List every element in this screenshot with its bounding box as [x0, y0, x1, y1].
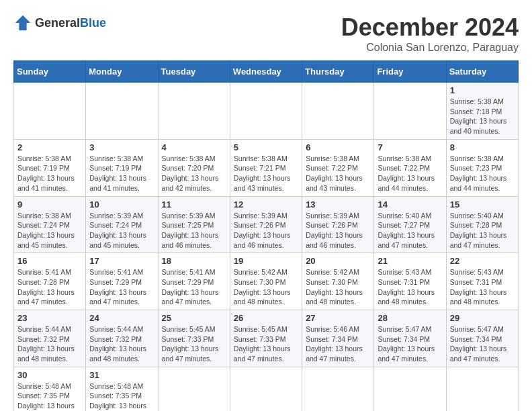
calendar-cell: 6Sunrise: 5:38 AM Sunset: 7:22 PM Daylig… [302, 139, 374, 196]
day-number: 5 [234, 142, 298, 152]
week-row-5: 23Sunrise: 5:44 AM Sunset: 7:32 PM Dayli… [14, 310, 519, 367]
calendar-cell: 26Sunrise: 5:45 AM Sunset: 7:33 PM Dayli… [230, 310, 302, 367]
calendar-cell [14, 83, 86, 140]
day-number: 29 [450, 313, 515, 323]
week-row-3: 9Sunrise: 5:38 AM Sunset: 7:24 PM Daylig… [14, 196, 519, 253]
day-info: Sunrise: 5:41 AM Sunset: 7:29 PM Dayligh… [162, 267, 226, 307]
calendar-cell: 7Sunrise: 5:38 AM Sunset: 7:22 PM Daylig… [374, 139, 446, 196]
logo-icon [13, 13, 32, 32]
calendar-cell: 25Sunrise: 5:45 AM Sunset: 7:33 PM Dayli… [158, 310, 230, 367]
calendar-cell: 20Sunrise: 5:42 AM Sunset: 7:30 PM Dayli… [302, 253, 374, 310]
day-info: Sunrise: 5:43 AM Sunset: 7:31 PM Dayligh… [450, 267, 515, 307]
day-info: Sunrise: 5:39 AM Sunset: 7:26 PM Dayligh… [306, 211, 370, 250]
day-info: Sunrise: 5:42 AM Sunset: 7:30 PM Dayligh… [306, 267, 370, 307]
calendar-cell [230, 83, 302, 140]
day-number: 24 [89, 313, 154, 323]
day-number: 7 [378, 142, 442, 152]
calendar-cell: 12Sunrise: 5:39 AM Sunset: 7:26 PM Dayli… [230, 196, 302, 253]
day-info: Sunrise: 5:43 AM Sunset: 7:31 PM Dayligh… [378, 267, 442, 307]
day-number: 26 [234, 313, 298, 323]
day-number: 30 [17, 370, 82, 380]
title-area: December 2024 Colonia San Lorenzo, Parag… [341, 13, 519, 54]
day-number: 15 [450, 199, 515, 210]
day-number: 18 [162, 256, 226, 266]
day-header-monday: Monday [86, 61, 158, 83]
calendar-cell: 30Sunrise: 5:48 AM Sunset: 7:35 PM Dayli… [14, 367, 86, 411]
day-number: 21 [378, 256, 442, 266]
day-number: 17 [89, 256, 154, 266]
calendar-cell [374, 367, 446, 411]
calendar-cell: 28Sunrise: 5:47 AM Sunset: 7:34 PM Dayli… [374, 310, 446, 367]
day-number: 4 [162, 142, 226, 152]
day-info: Sunrise: 5:44 AM Sunset: 7:32 PM Dayligh… [89, 324, 154, 364]
day-info: Sunrise: 5:41 AM Sunset: 7:28 PM Dayligh… [17, 267, 82, 307]
calendar-cell: 29Sunrise: 5:47 AM Sunset: 7:34 PM Dayli… [446, 310, 518, 367]
day-number: 12 [234, 199, 298, 210]
calendar-cell: 2Sunrise: 5:38 AM Sunset: 7:19 PM Daylig… [14, 139, 86, 196]
page-header: GeneralBlue December 2024 Colonia San Lo… [13, 13, 519, 54]
day-info: Sunrise: 5:47 AM Sunset: 7:34 PM Dayligh… [378, 324, 442, 364]
day-info: Sunrise: 5:38 AM Sunset: 7:22 PM Dayligh… [378, 154, 442, 193]
calendar-cell: 9Sunrise: 5:38 AM Sunset: 7:24 PM Daylig… [14, 196, 86, 253]
day-number: 31 [89, 370, 154, 380]
day-number: 23 [17, 313, 82, 323]
calendar-cell: 3Sunrise: 5:38 AM Sunset: 7:19 PM Daylig… [86, 139, 158, 196]
calendar-cell: 24Sunrise: 5:44 AM Sunset: 7:32 PM Dayli… [86, 310, 158, 367]
calendar-cell: 11Sunrise: 5:39 AM Sunset: 7:25 PM Dayli… [158, 196, 230, 253]
day-info: Sunrise: 5:48 AM Sunset: 7:35 PM Dayligh… [89, 381, 154, 411]
week-row-1: 1Sunrise: 5:38 AM Sunset: 7:18 PM Daylig… [14, 83, 519, 140]
day-header-friday: Friday [374, 61, 446, 83]
day-header-tuesday: Tuesday [158, 61, 230, 83]
calendar-cell [86, 83, 158, 140]
location-title: Colonia San Lorenzo, Paraguay [341, 42, 519, 54]
calendar-cell: 17Sunrise: 5:41 AM Sunset: 7:29 PM Dayli… [86, 253, 158, 310]
day-number: 22 [450, 256, 515, 266]
calendar-cell [158, 367, 230, 411]
calendar-cell: 1Sunrise: 5:38 AM Sunset: 7:18 PM Daylig… [446, 83, 518, 140]
week-row-6: 30Sunrise: 5:48 AM Sunset: 7:35 PM Dayli… [14, 367, 519, 411]
calendar-table: SundayMondayTuesdayWednesdayThursdayFrid… [13, 60, 519, 411]
calendar-cell [446, 367, 518, 411]
day-info: Sunrise: 5:38 AM Sunset: 7:19 PM Dayligh… [89, 154, 154, 193]
day-number: 11 [162, 199, 226, 210]
day-number: 19 [234, 256, 298, 266]
day-info: Sunrise: 5:38 AM Sunset: 7:23 PM Dayligh… [450, 154, 515, 193]
day-number: 14 [378, 199, 442, 210]
day-number: 20 [306, 256, 370, 266]
day-info: Sunrise: 5:41 AM Sunset: 7:29 PM Dayligh… [89, 267, 154, 307]
day-number: 3 [89, 142, 154, 152]
week-row-2: 2Sunrise: 5:38 AM Sunset: 7:19 PM Daylig… [14, 139, 519, 196]
day-info: Sunrise: 5:38 AM Sunset: 7:21 PM Dayligh… [234, 154, 298, 193]
calendar-cell: 13Sunrise: 5:39 AM Sunset: 7:26 PM Dayli… [302, 196, 374, 253]
day-number: 8 [450, 142, 515, 152]
day-info: Sunrise: 5:40 AM Sunset: 7:28 PM Dayligh… [450, 211, 515, 250]
day-number: 10 [89, 199, 154, 210]
calendar-cell: 4Sunrise: 5:38 AM Sunset: 7:20 PM Daylig… [158, 139, 230, 196]
day-number: 2 [17, 142, 82, 152]
calendar-cell: 19Sunrise: 5:42 AM Sunset: 7:30 PM Dayli… [230, 253, 302, 310]
calendar-cell: 8Sunrise: 5:38 AM Sunset: 7:23 PM Daylig… [446, 139, 518, 196]
day-info: Sunrise: 5:38 AM Sunset: 7:24 PM Dayligh… [17, 211, 82, 250]
day-info: Sunrise: 5:39 AM Sunset: 7:26 PM Dayligh… [234, 211, 298, 250]
day-header-sunday: Sunday [14, 61, 86, 83]
day-header-wednesday: Wednesday [230, 61, 302, 83]
calendar-cell [302, 367, 374, 411]
day-info: Sunrise: 5:46 AM Sunset: 7:34 PM Dayligh… [306, 324, 370, 364]
calendar-cell [158, 83, 230, 140]
day-info: Sunrise: 5:45 AM Sunset: 7:33 PM Dayligh… [162, 324, 226, 364]
calendar-cell: 18Sunrise: 5:41 AM Sunset: 7:29 PM Dayli… [158, 253, 230, 310]
svg-marker-0 [15, 15, 30, 30]
calendar-cell: 23Sunrise: 5:44 AM Sunset: 7:32 PM Dayli… [14, 310, 86, 367]
month-title: December 2024 [341, 13, 519, 42]
calendar-cell: 27Sunrise: 5:46 AM Sunset: 7:34 PM Dayli… [302, 310, 374, 367]
day-number: 1 [450, 85, 515, 95]
calendar-cell: 10Sunrise: 5:39 AM Sunset: 7:24 PM Dayli… [86, 196, 158, 253]
day-info: Sunrise: 5:38 AM Sunset: 7:20 PM Dayligh… [162, 154, 226, 193]
logo-text-general: General [35, 16, 80, 30]
day-header-saturday: Saturday [446, 61, 518, 83]
day-info: Sunrise: 5:42 AM Sunset: 7:30 PM Dayligh… [234, 267, 298, 307]
calendar-cell: 15Sunrise: 5:40 AM Sunset: 7:28 PM Dayli… [446, 196, 518, 253]
logo: GeneralBlue [13, 13, 106, 32]
calendar-cell: 22Sunrise: 5:43 AM Sunset: 7:31 PM Dayli… [446, 253, 518, 310]
day-number: 13 [306, 199, 370, 210]
